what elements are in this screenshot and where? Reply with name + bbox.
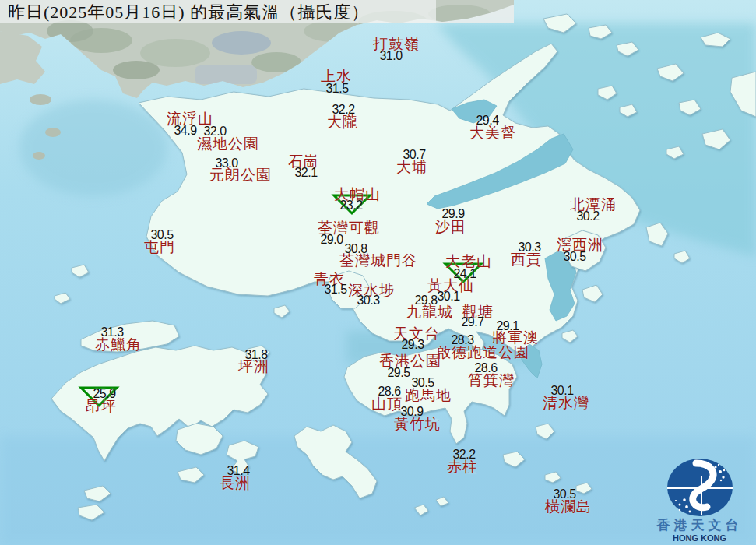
hko-name-chinese: 香港天文台	[643, 519, 756, 533]
hko-logo-text-block: 香港天文台 HONG KONG OBSERVATORY	[643, 450, 756, 545]
sea-deep-bay	[19, 100, 167, 196]
weather-map-page: 昨日(2025年05月16日) 的最高氣溫（攝氏度） 打鼓嶺31.0上水31.5…	[0, 0, 756, 545]
hko-name-english: HONG KONG OBSERVATORY	[643, 533, 756, 545]
map-title: 昨日(2025年05月16日) 的最高氣溫（攝氏度）	[8, 3, 369, 22]
